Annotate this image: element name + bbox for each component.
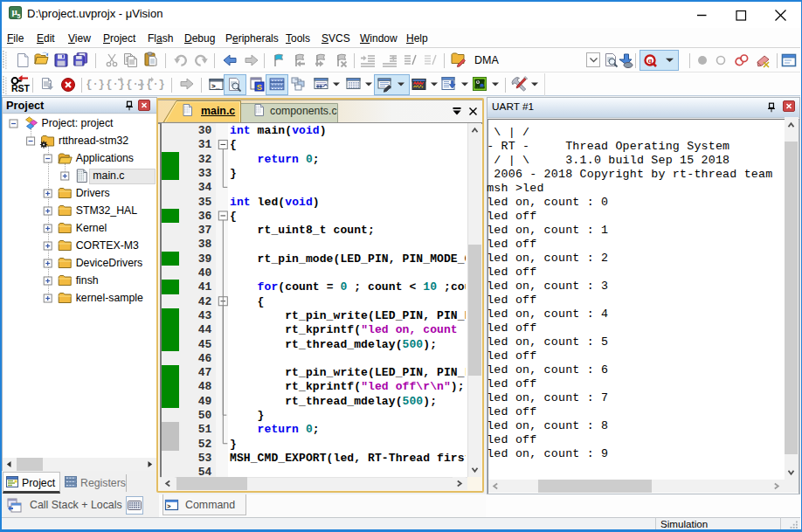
svg-text:>: > <box>167 503 171 510</box>
